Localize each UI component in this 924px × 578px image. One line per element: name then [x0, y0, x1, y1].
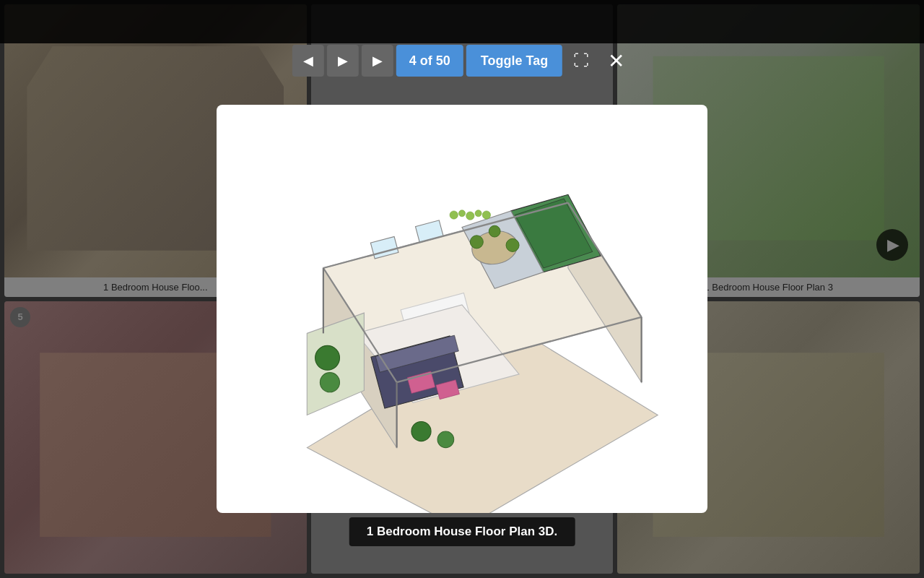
- caption-bar: 1 Bedroom House Floor Plan 3D.: [349, 517, 575, 546]
- svg-point-30: [482, 211, 490, 219]
- prev-button[interactable]: ◀: [292, 45, 324, 77]
- svg-point-23: [489, 225, 500, 237]
- svg-point-17: [320, 373, 339, 392]
- modal-dialog: [217, 105, 707, 513]
- svg-point-26: [450, 211, 458, 219]
- svg-point-19: [437, 431, 454, 448]
- counter-display: 4 of 50: [396, 45, 463, 77]
- caption-text: 1 Bedroom House Floor Plan 3D.: [367, 525, 558, 538]
- svg-point-22: [506, 238, 519, 251]
- toggle-tag-button[interactable]: Toggle Tag: [466, 45, 562, 77]
- svg-point-18: [411, 421, 431, 441]
- navigation-bar: ◀ ▶ ▶ 4 of 50 Toggle Tag ⛶ ✕: [292, 45, 632, 77]
- svg-point-27: [458, 210, 465, 217]
- play-button[interactable]: ▶: [327, 45, 359, 77]
- svg-point-16: [315, 345, 340, 370]
- svg-point-21: [470, 236, 483, 249]
- floor-plan-image: [217, 105, 707, 513]
- close-button[interactable]: ✕: [600, 45, 632, 77]
- next-button[interactable]: ▶: [362, 45, 393, 77]
- expand-button[interactable]: ⛶: [565, 45, 597, 77]
- svg-point-29: [475, 210, 481, 217]
- svg-point-28: [466, 212, 474, 220]
